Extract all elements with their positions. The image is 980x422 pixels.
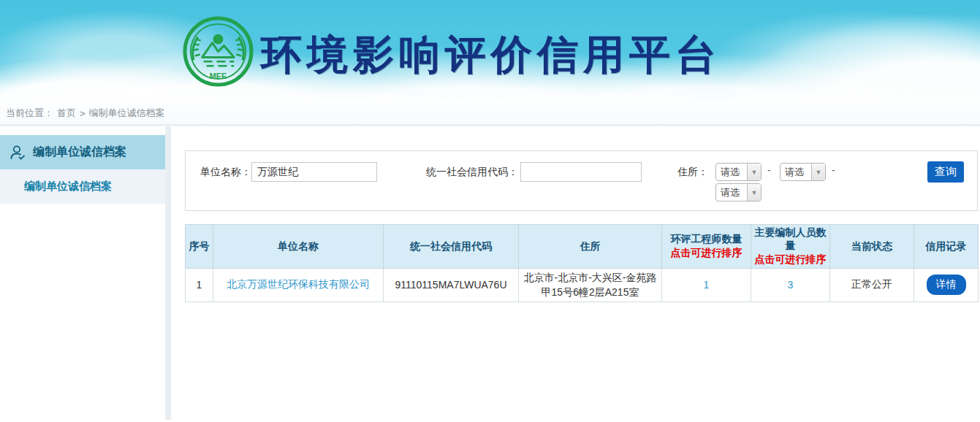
address-district-select[interactable]: 请选择 ▼: [715, 183, 761, 202]
address-city-value: 请选择: [780, 164, 811, 180]
engineer-count-link[interactable]: 1: [704, 279, 710, 291]
col-address: 住所: [519, 225, 662, 269]
sidebar-divider: [165, 126, 171, 420]
credit-code-value: 91110115MA7LWUA76U: [384, 269, 519, 302]
breadcrumb: 当前位置： 首页 > 编制单位诚信档案: [0, 102, 980, 126]
row-index: 1: [186, 269, 213, 302]
results-table: 序号 单位名称 统一社会信用代码 住所 环评工程师数量 点击可进行排序 主要编制…: [185, 224, 979, 302]
breadcrumb-home-link[interactable]: 首页: [57, 107, 76, 120]
table-row: 1 北京万源世纪环保科技有限公司 91110115MA7LWUA76U 北京市-…: [186, 269, 979, 302]
mee-logo-icon: MEE: [181, 15, 255, 88]
sidebar-item-archive-main[interactable]: 编制单位诚信档案: [0, 135, 165, 169]
address-dash: -: [832, 164, 835, 176]
address-city-select[interactable]: 请选择 ▼: [780, 163, 826, 181]
search-panel: 单位名称： 统一社会信用代码： 住所： 请选择 ▼ - 请选择 ▼ - 请选择 …: [185, 150, 978, 211]
breadcrumb-current: 编制单位诚信档案: [89, 107, 165, 120]
sidebar-item-label: 编制单位诚信档案: [33, 145, 126, 160]
user-check-icon: [9, 144, 26, 161]
unit-name-label: 单位名称：: [193, 162, 251, 181]
address-dash: -: [767, 164, 771, 176]
sidebar-subitem-label: 编制单位诚信档案: [24, 180, 112, 193]
col-engineer-count-sortable[interactable]: 环评工程师数量 点击可进行排序: [662, 225, 751, 269]
sort-hint: 点击可进行排序: [753, 253, 828, 266]
logo-caption: MEE: [210, 72, 227, 80]
unit-name-input[interactable]: [251, 162, 377, 182]
credit-code-input[interactable]: [520, 162, 642, 182]
compiler-count-link[interactable]: 3: [788, 279, 794, 291]
chevron-down-icon: ▼: [811, 164, 825, 180]
sort-hint: 点击可进行排序: [664, 247, 749, 260]
page-title: 环境影响评价信用平台: [261, 28, 721, 83]
chevron-down-icon: ▼: [747, 184, 761, 201]
table-header-row: 序号 单位名称 统一社会信用代码 住所 环评工程师数量 点击可进行排序 主要编制…: [186, 225, 979, 269]
sidebar-item-archive-sub[interactable]: 编制单位诚信档案: [0, 169, 165, 204]
chevron-down-icon: ▼: [747, 164, 761, 180]
col-engineer-count-label: 环评工程师数量: [671, 233, 742, 245]
address-label: 住所：: [664, 162, 708, 181]
col-credit-record: 信用记录: [914, 225, 979, 269]
col-unit-name: 单位名称: [213, 225, 384, 269]
col-status: 当前状态: [830, 225, 914, 269]
address-province-select[interactable]: 请选择 ▼: [715, 163, 761, 181]
company-name-link[interactable]: 北京万源世纪环保科技有限公司: [227, 278, 370, 290]
breadcrumb-prefix: 当前位置：: [6, 107, 53, 120]
col-index: 序号: [186, 225, 213, 269]
col-compiler-count-label: 主要编制人员数量: [755, 226, 827, 251]
main-content: 单位名称： 统一社会信用代码： 住所： 请选择 ▼ - 请选择 ▼ - 请选择 …: [171, 126, 980, 420]
sidebar: 编制单位诚信档案 编制单位诚信档案: [0, 126, 165, 420]
col-compiler-count-sortable[interactable]: 主要编制人员数量 点击可进行排序: [751, 225, 830, 269]
breadcrumb-separator: >: [80, 108, 86, 119]
address-value: 北京市-北京市-大兴区-金苑路 甲15号6幢2层A215室: [519, 269, 662, 302]
col-credit-code: 统一社会信用代码: [384, 225, 519, 269]
status-value: 正常公开: [830, 269, 914, 302]
credit-code-label: 统一社会信用代码：: [416, 162, 518, 181]
query-button[interactable]: 查询: [927, 161, 964, 183]
detail-button[interactable]: 详情: [927, 275, 966, 295]
site-header: MEE 环境影响评价信用平台: [0, 0, 980, 102]
address-province-value: 请选择: [716, 164, 747, 180]
address-district-value: 请选择: [716, 184, 747, 201]
